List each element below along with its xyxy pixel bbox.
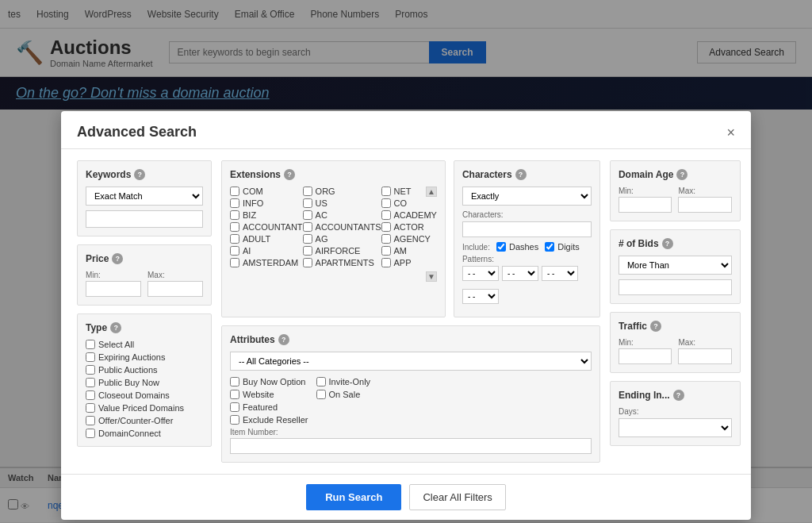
modal-overlay: Advanced Search × Keywords ? Exact Match… xyxy=(0,0,812,110)
